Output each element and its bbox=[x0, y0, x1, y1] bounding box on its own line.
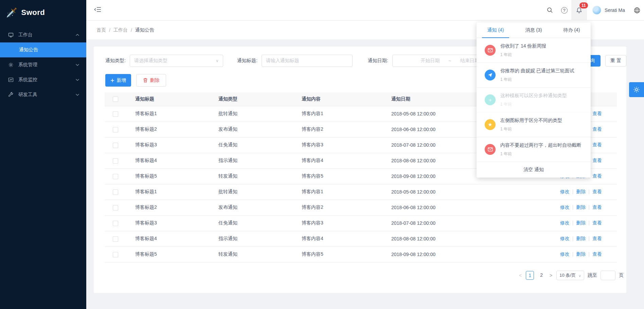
cell-title: 博客标题2 bbox=[135, 200, 218, 215]
cell-date: 2018-08-08 12:00:00 bbox=[391, 231, 493, 247]
pagination-prev-button[interactable] bbox=[518, 273, 522, 278]
cell-title: 博客标题2 bbox=[135, 122, 218, 137]
notification-title: 你推荐的 曲妮妮 已通过第三轮面试 bbox=[500, 68, 574, 74]
row-action-edit[interactable]: 修改 bbox=[560, 189, 570, 194]
row-checkbox[interactable] bbox=[113, 189, 118, 195]
breadcrumb-separator: / bbox=[131, 28, 132, 33]
notification-item[interactable]: 你收到了 14 份新周报 1 年前 bbox=[477, 38, 591, 63]
sidebar-item-label: 研发工具 bbox=[18, 92, 37, 98]
row-action-view[interactable]: 查看 bbox=[592, 126, 602, 132]
jump-page-input[interactable] bbox=[601, 271, 615, 280]
row-checkbox[interactable] bbox=[113, 127, 118, 132]
cell-type: 发布通知 bbox=[218, 200, 302, 215]
select-all-checkbox[interactable] bbox=[113, 96, 118, 102]
pagination-page-2[interactable]: 2 bbox=[537, 271, 545, 280]
table-toolbar: 新增 删除 bbox=[105, 74, 166, 87]
sidebar-item-system-mgmt[interactable]: 系统管理 bbox=[0, 57, 86, 72]
user-menu[interactable]: Serati Ma bbox=[587, 0, 630, 20]
pagination-next-button[interactable] bbox=[549, 273, 553, 278]
tab-todos[interactable]: 待办 (4) bbox=[553, 22, 591, 38]
cell-content: 博客内容3 bbox=[302, 137, 391, 153]
row-action-edit[interactable]: 修改 bbox=[560, 236, 570, 241]
delete-button[interactable]: 删除 bbox=[136, 74, 166, 87]
notification-item[interactable]: 你推荐的 曲妮妮 已通过第三轮面试 1 年前 bbox=[477, 63, 591, 88]
row-action-edit[interactable]: 修改 bbox=[560, 251, 570, 257]
breadcrumb-workbench[interactable]: 工作台 bbox=[113, 27, 128, 33]
search-button[interactable] bbox=[543, 0, 557, 20]
table-row: 博客标题3 任免通知 博客内容3 2018-07-08 12:00:00 修改|… bbox=[105, 215, 617, 231]
row-checkbox[interactable] bbox=[113, 252, 118, 257]
sidebar-item-system-monitor[interactable]: 系统监控 bbox=[0, 72, 86, 87]
row-action-view[interactable]: 查看 bbox=[592, 220, 602, 225]
row-action-view[interactable]: 查看 bbox=[592, 189, 602, 194]
row-action-view[interactable]: 查看 bbox=[592, 158, 602, 163]
menu-fold-icon bbox=[94, 6, 101, 13]
row-checkbox[interactable] bbox=[113, 143, 118, 148]
row-action-edit[interactable]: 修改 bbox=[560, 220, 570, 225]
breadcrumb-home[interactable]: 首页 bbox=[96, 27, 106, 33]
action-separator: | bbox=[588, 251, 590, 257]
cell-type: 转发通知 bbox=[218, 247, 302, 262]
notice-title-input[interactable]: 请输入通知标题 bbox=[262, 55, 353, 67]
row-checkbox[interactable] bbox=[113, 158, 118, 164]
sidebar-item-workbench[interactable]: 工作台 bbox=[0, 28, 86, 42]
clear-notifications-button[interactable]: 清空 通知 bbox=[477, 162, 591, 178]
cell-date: 2018-06-08 12:00:00 bbox=[391, 200, 493, 215]
tab-notices[interactable]: 通知 (4) bbox=[477, 22, 515, 38]
action-separator: | bbox=[572, 251, 574, 257]
sidebar-item-notice[interactable]: 通知公告 bbox=[0, 42, 86, 57]
row-checkbox[interactable] bbox=[113, 221, 118, 226]
row-action-delete[interactable]: 删除 bbox=[576, 236, 586, 241]
action-separator: | bbox=[572, 236, 574, 241]
row-action-edit[interactable]: 修改 bbox=[560, 204, 570, 210]
table-row: 博客标题2 发布通知 博客内容2 2018-06-08 12:00:00 修改|… bbox=[105, 200, 617, 215]
row-action-delete[interactable]: 删除 bbox=[576, 189, 586, 194]
action-separator: | bbox=[572, 189, 574, 194]
cell-content: 博客内容2 bbox=[302, 200, 391, 215]
topbar-right: 11 Serati Ma bbox=[543, 0, 644, 20]
row-action-delete[interactable]: 删除 bbox=[576, 220, 586, 225]
language-button[interactable] bbox=[630, 0, 644, 20]
mail-icon bbox=[485, 144, 496, 155]
reset-button[interactable]: 重 置 bbox=[605, 55, 626, 67]
row-checkbox[interactable] bbox=[113, 111, 118, 117]
mail-icon bbox=[485, 45, 496, 56]
notification-item[interactable]: 内容不要超过两行字，超出时自动截断 1 年前 bbox=[477, 137, 591, 162]
row-checkbox[interactable] bbox=[113, 236, 118, 242]
row-action-view[interactable]: 查看 bbox=[592, 204, 602, 210]
page-size-select[interactable]: 10 条/页 bbox=[556, 271, 584, 280]
question-circle-icon bbox=[561, 7, 568, 14]
row-actions: 修改|删除|查看 bbox=[493, 247, 617, 262]
row-checkbox[interactable] bbox=[113, 205, 118, 211]
row-action-view[interactable]: 查看 bbox=[592, 236, 602, 241]
cell-title: 博客标题5 bbox=[135, 168, 218, 184]
row-action-view[interactable]: 查看 bbox=[592, 251, 602, 257]
add-button[interactable]: 新增 bbox=[105, 74, 131, 87]
pagination-page-1[interactable]: 1 bbox=[526, 271, 534, 280]
row-actions: 修改|删除|查看 bbox=[493, 184, 617, 200]
row-action-view[interactable]: 查看 bbox=[592, 111, 602, 116]
help-button[interactable] bbox=[557, 0, 571, 20]
row-action-delete[interactable]: 删除 bbox=[576, 204, 586, 210]
app-title: Sword bbox=[21, 8, 45, 17]
notice-type-select[interactable]: 请选择通知类型 ∨ bbox=[130, 55, 223, 67]
tab-messages[interactable]: 消息 (3) bbox=[515, 22, 553, 38]
notice-title-placeholder: 请输入通知标题 bbox=[266, 58, 299, 64]
row-action-view[interactable]: 查看 bbox=[592, 142, 602, 147]
cell-type: 批转通知 bbox=[218, 184, 302, 200]
sidebar: 🗡️ Sword 工作台 通知公告 系统管理 系统监控 研发工具 bbox=[0, 0, 86, 309]
notifications-button[interactable]: 11 bbox=[571, 0, 587, 20]
app-logo[interactable]: 🗡️ Sword bbox=[0, 0, 86, 25]
cell-type: 指示通知 bbox=[218, 153, 302, 168]
sidebar-collapse-button[interactable] bbox=[94, 6, 101, 13]
row-checkbox[interactable] bbox=[113, 174, 118, 179]
notification-item[interactable]: ★ 左侧图标用于区分不同的类型 1 年前 bbox=[477, 112, 591, 137]
date-start-placeholder: 开始日期 bbox=[421, 58, 440, 64]
settings-fab-button[interactable] bbox=[629, 82, 644, 97]
row-action-delete[interactable]: 删除 bbox=[576, 251, 586, 257]
wrench-icon bbox=[8, 92, 14, 97]
cell-content: 博客内容5 bbox=[302, 247, 391, 262]
notification-item[interactable]: ＋ 这种模板可以区分多种通知类型 1 年前 bbox=[477, 88, 591, 112]
row-action-view[interactable]: 查看 bbox=[592, 173, 602, 179]
sidebar-item-dev-tools[interactable]: 研发工具 bbox=[0, 87, 86, 102]
